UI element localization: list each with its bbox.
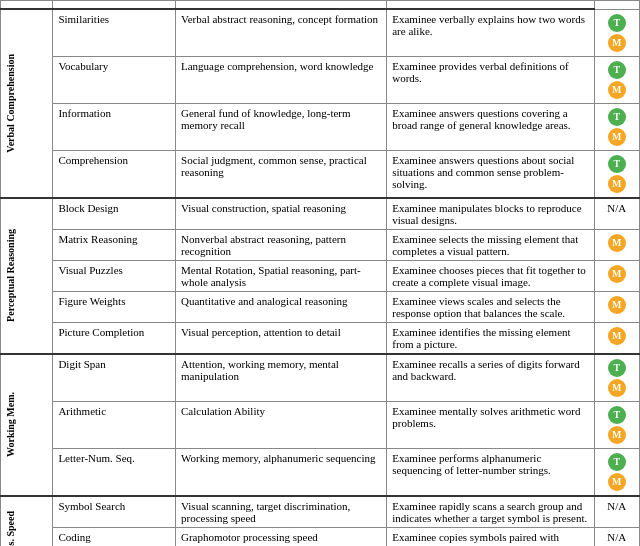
assessed-badges: TM: [594, 103, 639, 150]
badge-t: T: [608, 155, 626, 173]
subtest-name: Comprehension: [53, 150, 176, 198]
subtest-name: Arithmetic: [53, 401, 176, 448]
administration-text: Examinee performs alphanumeric sequencin…: [387, 448, 594, 496]
table-row: Picture CompletionVisual perception, att…: [1, 322, 640, 354]
table-row: Letter-Num. Seq.Working memory, alphanum…: [1, 448, 640, 496]
cognitive-dimension: Calculation Ability: [176, 401, 387, 448]
administration-text: Examinee recalls a series of digits forw…: [387, 354, 594, 402]
administration-text: Examinee manipulates blocks to reproduce…: [387, 198, 594, 230]
cognitive-dimension: Language comprehension, word knowledge: [176, 56, 387, 103]
subtest-name: Visual Puzzles: [53, 260, 176, 291]
badge-t: T: [608, 453, 626, 471]
cognitive-dimension: General fund of knowledge, long-term mem…: [176, 103, 387, 150]
subtest-name: Block Design: [53, 198, 176, 230]
assessed-badges: TM: [594, 9, 639, 56]
table-row: Process. SpeedSymbol SearchVisual scanni…: [1, 496, 640, 528]
table-row: CodingGraphomotor processing speedExamin…: [1, 527, 640, 546]
subtest-name: Letter-Num. Seq.: [53, 448, 176, 496]
main-table: Verbal ComprehensionSimilaritiesVerbal a…: [0, 0, 640, 546]
table-row: ArithmeticCalculation AbilityExaminee me…: [1, 401, 640, 448]
section-label-0: Verbal Comprehension: [3, 50, 18, 157]
table-row: Figure WeightsQuantitative and analogica…: [1, 291, 640, 322]
subtest-name: Vocabulary: [53, 56, 176, 103]
assessed-badges: M: [594, 260, 639, 291]
assessed-badges: N/A: [594, 527, 639, 546]
table-row: VocabularyLanguage comprehension, word k…: [1, 56, 640, 103]
assessed-badges: N/A: [594, 198, 639, 230]
header-cognitive: [53, 1, 176, 10]
cognitive-dimension: Visual perception, attention to detail: [176, 322, 387, 354]
assessed-badges: M: [594, 322, 639, 354]
badge-t: T: [608, 61, 626, 79]
administration-text: Examinee answers questions covering a br…: [387, 103, 594, 150]
table-row: Verbal ComprehensionSimilaritiesVerbal a…: [1, 9, 640, 56]
administration-text: Examinee rapidly scans a search group an…: [387, 496, 594, 528]
assessed-badges: TM: [594, 56, 639, 103]
assessed-badges: M: [594, 229, 639, 260]
badge-t: T: [608, 14, 626, 32]
na-badge: N/A: [607, 202, 626, 214]
cognitive-dimension: Graphomotor processing speed: [176, 527, 387, 546]
subtest-name: Picture Completion: [53, 322, 176, 354]
assessed-badges: TM: [594, 354, 639, 402]
table-row: Perceptual ReasoningBlock DesignVisual c…: [1, 198, 640, 230]
na-badge: N/A: [607, 500, 626, 512]
badge-t: T: [608, 108, 626, 126]
cognitive-dimension: Verbal abstract reasoning, concept forma…: [176, 9, 387, 56]
administration-text: Examinee answers questions about social …: [387, 150, 594, 198]
badge-t: T: [608, 406, 626, 424]
badge-m: M: [608, 379, 626, 397]
badge-m: M: [608, 128, 626, 146]
header-assessed: [387, 1, 594, 10]
administration-text: Examinee identifies the missing element …: [387, 322, 594, 354]
subtest-name: Coding: [53, 527, 176, 546]
cognitive-dimension: Social judgment, common sense, practical…: [176, 150, 387, 198]
badge-m: M: [608, 327, 626, 345]
assessed-badges: N/A: [594, 496, 639, 528]
subtest-name: Symbol Search: [53, 496, 176, 528]
badge-m: M: [608, 34, 626, 52]
table-row: Working Mem.Digit SpanAttention, working…: [1, 354, 640, 402]
assessed-badges: TM: [594, 401, 639, 448]
subtest-name: Digit Span: [53, 354, 176, 402]
cognitive-dimension: Visual construction, spatial reasoning: [176, 198, 387, 230]
administration-text: Examinee mentally solves arithmetic word…: [387, 401, 594, 448]
cognitive-dimension: Mental Rotation, Spatial reasoning, part…: [176, 260, 387, 291]
administration-text: Examinee chooses pieces that fit togethe…: [387, 260, 594, 291]
section-label-1: Perceptual Reasoning: [3, 225, 18, 326]
badge-m: M: [608, 296, 626, 314]
header-index: [1, 1, 53, 10]
subtest-name: Figure Weights: [53, 291, 176, 322]
table-row: ComprehensionSocial judgment, common sen…: [1, 150, 640, 198]
badge-m: M: [608, 473, 626, 491]
administration-text: Examinee provides verbal definitions of …: [387, 56, 594, 103]
badge-m: M: [608, 265, 626, 283]
header-admin: [176, 1, 387, 10]
administration-text: Examinee verbally explains how two words…: [387, 9, 594, 56]
administration-text: Examinee copies symbols paired with geom…: [387, 527, 594, 546]
administration-text: Examinee views scales and selects the re…: [387, 291, 594, 322]
badge-t: T: [608, 359, 626, 377]
cognitive-dimension: Working memory, alphanumeric sequencing: [176, 448, 387, 496]
badge-m: M: [608, 234, 626, 252]
cognitive-dimension: Attention, working memory, mental manipu…: [176, 354, 387, 402]
administration-text: Examinee selects the missing element tha…: [387, 229, 594, 260]
cognitive-dimension: Quantitative and analogical reasoning: [176, 291, 387, 322]
subtest-name: Matrix Reasoning: [53, 229, 176, 260]
cognitive-dimension: Nonverbal abstract reasoning, pattern re…: [176, 229, 387, 260]
assessed-badges: TM: [594, 448, 639, 496]
badge-m: M: [608, 426, 626, 444]
table-header: [1, 1, 640, 10]
subtest-name: Information: [53, 103, 176, 150]
table-row: Visual PuzzlesMental Rotation, Spatial r…: [1, 260, 640, 291]
section-label-2: Working Mem.: [3, 388, 18, 461]
na-badge: N/A: [607, 531, 626, 543]
badge-m: M: [608, 175, 626, 193]
badge-m: M: [608, 81, 626, 99]
assessed-badges: M: [594, 291, 639, 322]
subtest-name: Similarities: [53, 9, 176, 56]
table-row: InformationGeneral fund of knowledge, lo…: [1, 103, 640, 150]
section-label-3: Process. Speed: [3, 507, 18, 546]
table-row: Matrix ReasoningNonverbal abstract reaso…: [1, 229, 640, 260]
cognitive-dimension: Visual scanning, target discrimination, …: [176, 496, 387, 528]
